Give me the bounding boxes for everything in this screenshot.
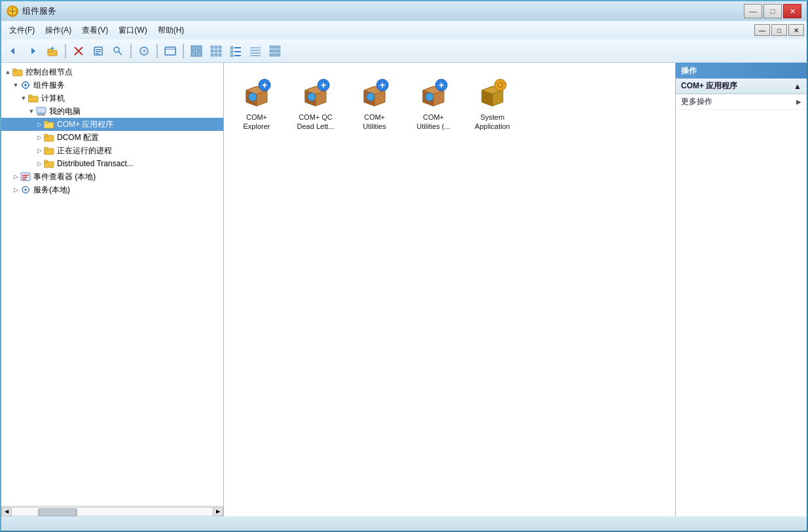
expand-icon-comp-svc: ▼: [12, 81, 20, 89]
search-button[interactable]: [109, 43, 127, 60]
label-com-explorer: COM+Explorer: [244, 113, 270, 132]
properties-button[interactable]: [89, 43, 107, 60]
menu-maximize-btn[interactable]: □: [771, 24, 787, 36]
delete-button[interactable]: [69, 43, 88, 60]
view-list-button[interactable]: [227, 43, 245, 60]
menu-view[interactable]: 查看(V): [77, 23, 113, 38]
hscroll-right-btn[interactable]: ▶: [213, 507, 223, 516]
svg-rect-72: [22, 177, 28, 178]
tree-item-comp-svc[interactable]: ▼ 组件服务: [1, 79, 223, 92]
label-mypc: 我的电脑: [49, 106, 81, 117]
svg-rect-73: [22, 179, 26, 180]
action-section-title: COM+ 应用程序 ▲: [676, 79, 807, 94]
svg-rect-13: [96, 51, 101, 52]
svg-text:+: +: [262, 80, 267, 90]
com-util2-icon: +: [416, 76, 450, 110]
sys-app-icon: [475, 76, 509, 110]
svg-marker-5: [31, 48, 35, 54]
svg-point-75: [24, 188, 27, 191]
menu-window[interactable]: 窗口(W): [113, 23, 152, 38]
svg-point-81: [28, 192, 29, 193]
back-button[interactable]: [4, 43, 22, 60]
label-sys-app: SystemApplication: [475, 113, 510, 132]
tree-item-processes[interactable]: ▷ 正在运行的进程: [1, 144, 223, 157]
svg-rect-23: [191, 52, 196, 56]
tree-item-com-app[interactable]: ▷ COM+ 应用程序: [1, 118, 223, 131]
menu-close-btn[interactable]: ✕: [788, 24, 804, 36]
window-title: 组件服务: [22, 5, 56, 17]
icon-com-explorer[interactable]: + COM+Explorer: [230, 76, 283, 132]
view-small-button[interactable]: [207, 43, 225, 60]
svg-rect-35: [234, 47, 241, 48]
svg-point-78: [22, 189, 23, 190]
tree-item-distrib[interactable]: ▷ Distributed Transact...: [1, 157, 223, 170]
action-header: 操作: [676, 63, 807, 79]
folder-icon-dcom: [43, 132, 55, 143]
expand-icon-dcom: ▷: [35, 133, 43, 141]
tree-content: ▲ 控制台根节点 ▼: [1, 63, 223, 506]
tree-item-computer[interactable]: ▼ 计算机: [1, 92, 223, 105]
svg-rect-48: [270, 54, 280, 56]
tree-item-root[interactable]: ▲ 控制台根节点: [1, 65, 223, 79]
menu-help[interactable]: 帮助(H): [153, 23, 190, 38]
icon-com-util[interactable]: + COM+Utilities: [348, 76, 401, 132]
expand-icon-com-app: ▷: [35, 120, 43, 128]
menu-action[interactable]: 操作(A): [40, 23, 77, 38]
close-button[interactable]: ✕: [783, 4, 801, 18]
svg-rect-61: [37, 115, 45, 116]
svg-rect-31: [211, 54, 213, 56]
label-root: 控制台根节点: [26, 67, 73, 78]
label-com-app: COM+ 应用程序: [57, 119, 113, 130]
action-item-more[interactable]: 更多操作 ▶: [676, 94, 807, 110]
menu-minimize-btn[interactable]: —: [754, 24, 770, 36]
svg-rect-34: [230, 46, 233, 49]
expand-icon-mypc: ▼: [28, 107, 35, 115]
svg-rect-46: [270, 46, 280, 48]
svg-rect-58: [28, 95, 32, 98]
menu-items: 文件(F) 操作(A) 查看(V) 窗口(W) 帮助(H): [4, 23, 189, 38]
services-icon: [20, 184, 31, 196]
minimize-button[interactable]: —: [744, 4, 762, 18]
svg-rect-112: [500, 80, 502, 82]
svg-rect-60: [38, 113, 45, 115]
expand-icon-distrib: ▷: [35, 160, 43, 168]
action-section-arrow[interactable]: ▲: [794, 82, 801, 91]
hscroll-thumb[interactable]: [38, 508, 77, 516]
tree-item-mypc[interactable]: ▼ 我的电脑: [1, 105, 223, 118]
icon-com-qc[interactable]: + COM+ QCDead Lett...: [289, 76, 342, 132]
label-services: 服务(本地): [33, 185, 70, 196]
title-bar-left: 组件服务: [7, 5, 56, 17]
tree-item-services[interactable]: ▷ 服务(本地): [1, 183, 223, 196]
console-button[interactable]: [161, 43, 179, 60]
label-com-qc: COM+ QCDead Lett...: [297, 113, 335, 132]
up-folder-button[interactable]: [43, 43, 62, 60]
label-event-viewer: 事件查看器 (本地): [33, 171, 96, 183]
menu-file[interactable]: 文件(F): [4, 23, 40, 38]
tree-item-event-viewer[interactable]: ▷ 事件查看器 (本地): [1, 170, 223, 183]
view-detail-button[interactable]: [246, 43, 265, 60]
svg-rect-32: [215, 54, 217, 56]
tree-item-dcom[interactable]: ▷ DCOM 配置: [1, 131, 223, 144]
label-distrib: Distributed Transact...: [57, 159, 134, 168]
svg-rect-38: [230, 54, 233, 57]
forward-button[interactable]: [24, 43, 42, 60]
hscroll-track[interactable]: ◀ ▶: [1, 507, 223, 516]
icon-sys-app[interactable]: SystemApplication: [466, 76, 519, 132]
svg-rect-12: [96, 49, 101, 50]
svg-rect-28: [211, 50, 213, 52]
help-button[interactable]: ?: [135, 43, 153, 60]
label-com-util: COM+Utilities: [363, 113, 386, 132]
toolbar-sep-2: [130, 44, 132, 58]
view-large-button[interactable]: [187, 43, 206, 60]
menu-bar: 文件(F) 操作(A) 查看(V) 窗口(W) 帮助(H) — □ ✕: [0, 21, 808, 39]
icon-com-util2[interactable]: + COM+Utilities (...: [407, 76, 460, 132]
svg-point-15: [114, 47, 119, 52]
view-tile-button[interactable]: [266, 43, 284, 60]
svg-rect-114: [496, 84, 498, 86]
svg-rect-14: [96, 53, 99, 54]
hscroll-left-btn[interactable]: ◀: [1, 507, 12, 516]
expand-icon-root: ▲: [4, 68, 12, 76]
maximize-button[interactable]: □: [763, 4, 782, 18]
folder-icon-root: [12, 66, 24, 78]
tree-panel: ▲ 控制台根节点 ▼: [1, 63, 224, 516]
